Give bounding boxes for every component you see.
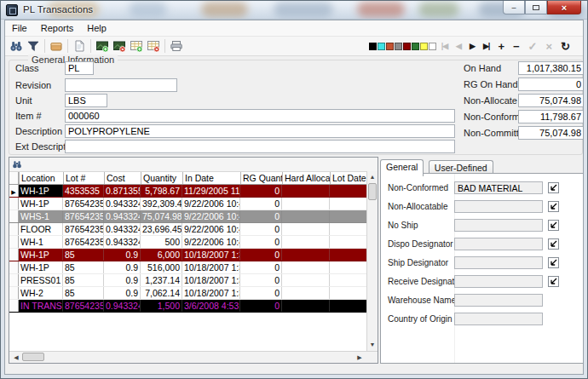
first-record-button[interactable]: |◀ [437, 42, 452, 50]
row-selector[interactable] [9, 198, 19, 210]
close-button[interactable]: × [547, 1, 581, 14]
cell-rg-quantity[interactable]: 0 [240, 261, 282, 273]
cell-rg-quantity[interactable]: 0 [240, 274, 282, 286]
cell-quantity[interactable]: 1,237.14 [141, 274, 182, 286]
cell-hard-allocated[interactable] [282, 249, 330, 261]
non-conformed-lookup-button[interactable] [547, 182, 559, 194]
minimize-button[interactable]: – [503, 1, 525, 14]
grid-row[interactable]: PRESS01 85 0.9 1,237.14 10/18/2007 1:31:… [9, 274, 366, 287]
cell-location[interactable]: PRESS01 [19, 274, 63, 286]
cell-lot-date[interactable] [330, 300, 366, 312]
menu-help[interactable]: Help [80, 21, 113, 35]
package-button[interactable] [48, 37, 65, 55]
col-header-cost[interactable]: Cost [104, 172, 141, 184]
scroll-left-icon[interactable]: ◀ [11, 353, 21, 363]
cell-lot[interactable]: 8765423567 [63, 223, 104, 235]
cell-quantity[interactable]: 500 [141, 236, 182, 248]
cell-in-date[interactable]: 9/22/2006 10:45:0 [182, 223, 240, 235]
cell-quantity[interactable]: 7,062.14 [141, 287, 182, 299]
cell-lot-date[interactable] [330, 287, 366, 299]
dispo-designator-field[interactable] [454, 238, 543, 250]
cell-rg-quantity[interactable]: 0 [240, 249, 282, 261]
image-delete-button[interactable] [111, 37, 128, 55]
cell-in-date[interactable]: 10/18/2007 1:31:1 [182, 287, 240, 299]
accept-changes-button[interactable]: ✓ [524, 40, 542, 53]
remove-record-button[interactable]: − [509, 40, 524, 53]
grid-row[interactable]: WH-2 85 0.9 7,062.14 10/18/2007 1:31:1 0 [9, 287, 366, 300]
row-add-button[interactable] [128, 37, 145, 55]
cell-in-date[interactable]: 9/22/2006 10:45:0 [182, 236, 240, 248]
cell-rg-quantity[interactable]: 0 [240, 287, 282, 299]
revision-field[interactable] [65, 78, 177, 92]
col-header-lot[interactable]: Lot # [63, 172, 104, 184]
cell-lot[interactable]: 85 [63, 249, 104, 261]
cell-lot-date[interactable] [330, 185, 366, 197]
row-selector[interactable] [9, 249, 19, 261]
cell-cost[interactable]: 0.943324 [104, 300, 141, 312]
cell-cost[interactable]: 0.943324 [104, 210, 141, 222]
row-selector[interactable] [9, 236, 19, 248]
grid-row[interactable]: FLOOR 8765423567 0.943324 23,696.45 9/22… [9, 223, 366, 236]
cell-hard-allocated[interactable] [282, 300, 330, 312]
cell-lot-date[interactable] [330, 249, 366, 261]
item-number-field[interactable] [65, 109, 455, 123]
class-field[interactable] [65, 61, 94, 75]
grid-row[interactable]: WH-1P 8765423567 0.943324 392,309.44 9/2… [9, 198, 366, 210]
cell-location[interactable]: WH-1P [19, 249, 63, 261]
cell-rg-quantity[interactable]: 0 [240, 236, 282, 248]
row-selector[interactable] [9, 300, 19, 312]
cell-lot[interactable]: 85 [63, 261, 104, 273]
cell-in-date[interactable]: 9/22/2006 10:45:0 [182, 210, 240, 222]
cell-cost[interactable]: 0.871355 [104, 185, 141, 197]
cell-location[interactable]: WH-1P [19, 261, 63, 273]
cell-lot-date[interactable] [330, 210, 366, 222]
row-delete-button[interactable] [145, 37, 162, 55]
cell-lot-date[interactable] [330, 198, 366, 210]
filter-button[interactable] [25, 37, 42, 55]
vertical-scrollbar[interactable]: ▲ ▼ [366, 171, 378, 351]
cell-in-date[interactable]: 10/18/2007 1:31:1 [182, 274, 240, 286]
ext-description-field[interactable] [65, 140, 455, 153]
next-record-button[interactable]: ▶ [465, 42, 479, 50]
cell-hard-allocated[interactable] [282, 274, 330, 286]
cell-location[interactable]: WHS-1 [19, 210, 63, 222]
cell-lot-date[interactable] [330, 236, 366, 248]
cell-rg-quantity[interactable]: 0 [240, 223, 282, 235]
grid-row[interactable]: ▶ WH-1P 4353535 0.871355 5,798.67 11/29/… [9, 185, 366, 198]
cell-quantity[interactable]: 1,500 [141, 300, 182, 312]
refresh-button[interactable]: ↻ [556, 40, 574, 53]
cell-cost[interactable]: 0.943324 [104, 223, 141, 235]
add-record-button[interactable]: + [493, 40, 509, 53]
image-add-button[interactable] [94, 37, 111, 55]
cell-hard-allocated[interactable] [282, 223, 330, 235]
non-allocatable-lookup-button[interactable] [547, 201, 559, 213]
grid-row[interactable]: WH-1P 85 0.9 516,000 10/18/2007 1:31:1 0 [9, 261, 366, 274]
cell-rg-quantity[interactable]: 0 [240, 300, 282, 312]
col-header-rg-quantity[interactable]: RG Quantity [240, 172, 282, 184]
print-button[interactable] [168, 37, 185, 55]
menu-file[interactable]: File [5, 21, 34, 35]
grid-row[interactable]: WH-1P 85 0.9 6,000 10/18/2007 1:31:1 0 [9, 249, 366, 261]
receive-designator-field[interactable] [454, 275, 543, 288]
cell-hard-allocated[interactable] [282, 198, 330, 210]
cell-quantity[interactable]: 516,000 [141, 261, 182, 273]
find-button[interactable] [8, 37, 25, 55]
cell-lot[interactable]: 8765423567 [63, 300, 104, 312]
scroll-up-icon[interactable]: ▲ [367, 172, 378, 182]
cell-cost[interactable]: 0.9 [104, 261, 141, 273]
col-header-quantity[interactable]: Quantity [141, 172, 182, 184]
cell-location[interactable]: WH-1P [19, 185, 63, 197]
description-field[interactable] [65, 124, 455, 138]
dispo-designator-lookup-button[interactable] [547, 238, 559, 250]
row-selector[interactable] [9, 274, 19, 286]
previous-record-button[interactable]: ◀ [452, 42, 465, 50]
grid-row[interactable]: IN TRANSIT 8765423567 0.943324 1,500 3/6… [9, 300, 366, 313]
cell-lot-date[interactable] [330, 274, 366, 286]
cell-quantity[interactable]: 6,000 [141, 249, 182, 261]
unit-field[interactable] [65, 94, 107, 107]
ship-designator-field[interactable] [454, 256, 543, 269]
ship-designator-lookup-button[interactable] [547, 257, 559, 269]
cell-in-date[interactable]: 9/22/2006 10:45:0 [182, 198, 240, 210]
scroll-down-icon[interactable]: ▼ [367, 340, 378, 350]
tab-general[interactable]: General [380, 159, 424, 176]
